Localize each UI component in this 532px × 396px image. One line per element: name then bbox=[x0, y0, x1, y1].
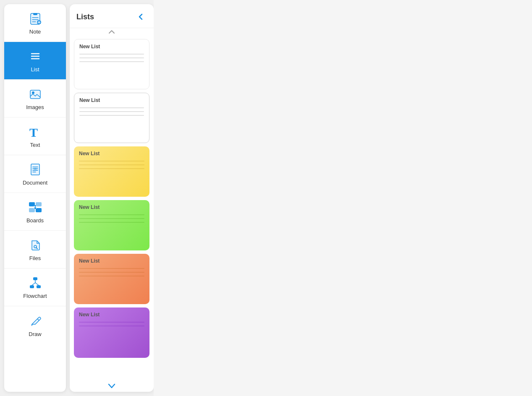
list-line bbox=[79, 268, 144, 269]
list-card-2-title: New List bbox=[79, 97, 144, 103]
sidebar-item-text[interactable]: T Text bbox=[4, 117, 66, 155]
list-card-6-title: New List bbox=[79, 312, 144, 318]
lists-panel: Lists New List New List New List bbox=[70, 4, 154, 392]
note-icon bbox=[28, 11, 43, 26]
scroll-up-button[interactable] bbox=[70, 28, 154, 36]
list-line bbox=[79, 111, 144, 112]
panel-header: Lists bbox=[70, 4, 154, 28]
flowchart-icon bbox=[28, 275, 43, 290]
sidebar-item-boards[interactable]: Boards bbox=[4, 193, 66, 231]
panel-content: New List New List New List New List bbox=[70, 36, 154, 380]
svg-rect-25 bbox=[34, 207, 36, 209]
list-line bbox=[79, 272, 144, 273]
sidebar-item-images[interactable]: Images bbox=[4, 80, 66, 117]
list-card-1-title: New List bbox=[79, 44, 144, 50]
svg-rect-21 bbox=[36, 202, 42, 206]
scroll-down-button[interactable] bbox=[70, 380, 154, 392]
list-line bbox=[79, 214, 144, 215]
list-line bbox=[79, 276, 144, 276]
svg-line-33 bbox=[32, 283, 35, 285]
list-line bbox=[79, 54, 144, 55]
svg-rect-30 bbox=[30, 285, 34, 288]
svg-line-34 bbox=[35, 283, 39, 285]
boards-icon bbox=[28, 200, 43, 215]
sidebar-item-files[interactable]: Files bbox=[4, 231, 66, 268]
panel-back-button[interactable] bbox=[135, 11, 147, 23]
list-icon bbox=[28, 49, 43, 64]
svg-rect-20 bbox=[29, 202, 35, 206]
list-card-2[interactable]: New List bbox=[74, 93, 149, 143]
sidebar-item-draw[interactable]: Draw bbox=[4, 306, 66, 344]
svg-rect-1 bbox=[33, 13, 37, 15]
svg-rect-19 bbox=[34, 168, 37, 170]
text-icon: T bbox=[28, 124, 43, 139]
list-line bbox=[79, 322, 144, 323]
sidebar-item-flowchart[interactable]: Flowchart bbox=[4, 268, 66, 306]
list-card-6[interactable]: New List bbox=[74, 307, 149, 358]
sidebar-item-list[interactable]: List bbox=[4, 42, 66, 80]
svg-rect-22 bbox=[29, 208, 35, 212]
files-icon bbox=[28, 237, 43, 253]
list-line bbox=[79, 61, 144, 62]
sidebar-item-list-label: List bbox=[31, 66, 39, 73]
svg-rect-31 bbox=[37, 285, 41, 288]
sidebar-item-files-label: Files bbox=[29, 255, 41, 261]
draw-icon bbox=[28, 313, 43, 328]
list-card-4[interactable]: New List bbox=[74, 200, 149, 250]
sidebar: Note List Images T Text bbox=[4, 4, 66, 392]
list-line bbox=[79, 222, 144, 223]
sidebar-item-boards-label: Boards bbox=[26, 217, 44, 224]
sidebar-item-note[interactable]: Note bbox=[4, 4, 66, 42]
document-icon bbox=[28, 162, 43, 177]
list-card-4-title: New List bbox=[79, 204, 144, 210]
list-line bbox=[79, 218, 144, 219]
list-line bbox=[79, 168, 144, 169]
svg-rect-29 bbox=[33, 277, 37, 280]
svg-point-26 bbox=[34, 205, 36, 207]
list-line bbox=[79, 326, 144, 326]
list-line bbox=[79, 161, 144, 162]
sidebar-item-document-label: Document bbox=[23, 180, 47, 186]
sidebar-item-draw-label: Draw bbox=[29, 331, 41, 337]
list-line bbox=[79, 107, 144, 108]
list-card-5-title: New List bbox=[79, 258, 144, 264]
svg-point-12 bbox=[32, 91, 34, 94]
sidebar-item-note-label: Note bbox=[29, 29, 41, 35]
main-content bbox=[154, 0, 532, 396]
panel-title: Lists bbox=[76, 13, 94, 21]
list-card-3-title: New List bbox=[79, 151, 144, 156]
list-line bbox=[79, 57, 144, 58]
svg-rect-23 bbox=[36, 208, 42, 212]
list-line bbox=[79, 164, 144, 165]
svg-text:T: T bbox=[29, 125, 38, 139]
sidebar-item-text-label: Text bbox=[30, 142, 40, 148]
list-card-1[interactable]: New List bbox=[74, 39, 149, 89]
svg-rect-11 bbox=[30, 90, 40, 99]
sidebar-item-document[interactable]: Document bbox=[4, 155, 66, 193]
images-icon bbox=[28, 86, 43, 102]
sidebar-item-flowchart-label: Flowchart bbox=[23, 293, 47, 299]
list-line bbox=[79, 115, 144, 116]
list-card-5[interactable]: New List bbox=[74, 254, 149, 304]
list-card-3[interactable]: New List bbox=[74, 146, 149, 197]
sidebar-item-images-label: Images bbox=[26, 104, 44, 110]
